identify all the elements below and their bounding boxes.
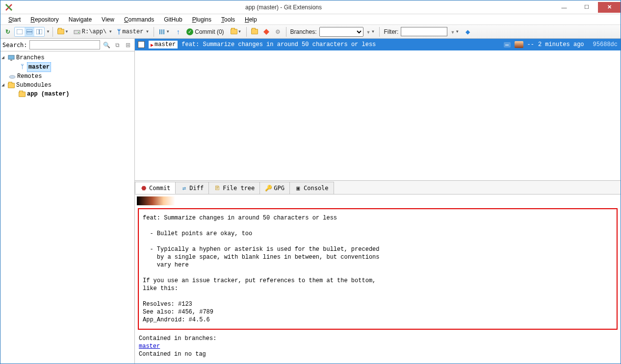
submodule-app-label: app (master): [27, 90, 69, 98]
more-icon[interactable]: ⋯: [504, 42, 511, 48]
branch-button[interactable]: ᛘmaster▼: [115, 26, 151, 37]
svg-rect-9: [10, 60, 12, 61]
tree-branch-master[interactable]: ᛘ master: [1, 62, 133, 72]
branches-label: Branches: [16, 53, 45, 62]
tree-icon: 🖹: [214, 185, 221, 192]
menu-plugins[interactable]: Plugins: [188, 15, 215, 24]
search-copy-button[interactable]: ⧉: [113, 41, 122, 49]
layout-1-button[interactable]: [15, 27, 25, 36]
git-bash-button[interactable]: [261, 26, 272, 37]
tree-branches[interactable]: ◢ Branches: [1, 53, 133, 62]
contained-branches-label: Contained in branches:: [139, 335, 216, 342]
expander-icon[interactable]: ◢: [1, 53, 6, 62]
tab-diff[interactable]: ⇄Diff: [175, 182, 209, 194]
menu-help[interactable]: Help: [241, 15, 261, 24]
settings-button[interactable]: ⚙: [273, 26, 284, 37]
branches-filter-label: Branches:: [289, 28, 318, 35]
commit-message-box[interactable]: feat: Summarize changes in around 50 cha…: [138, 208, 618, 330]
commit-graph-area[interactable]: [135, 50, 621, 180]
minimize-button[interactable]: —: [553, 2, 575, 13]
branch-icon: ᛘ: [18, 64, 26, 71]
layout-3-button[interactable]: [34, 27, 44, 36]
expander-icon[interactable]: ◢: [1, 81, 6, 90]
folder-icon: [57, 29, 64, 34]
commit-button[interactable]: Commit (0): [184, 26, 227, 37]
commit-branch-tag: ▶master: [149, 41, 178, 49]
menubar: Start Repository Navigate View Commands …: [0, 14, 621, 25]
filter-funnel[interactable]: ▼: [448, 26, 461, 37]
tree-submodules[interactable]: ◢ Submodules: [1, 81, 133, 90]
svg-rect-3: [36, 29, 39, 34]
menu-tools[interactable]: Tools: [217, 15, 239, 24]
branch-filter-funnel[interactable]: ▼: [364, 26, 377, 37]
drive-icon: [74, 29, 80, 35]
repo-path-button[interactable]: R:\app\▼: [72, 26, 114, 37]
app-window: app (master) - Git Extensions — ☐ ✕ Star…: [0, 0, 621, 364]
tab-filetree[interactable]: 🖹File tree: [208, 182, 260, 194]
tree-remotes[interactable]: Remotes: [1, 72, 133, 81]
go-button[interactable]: [462, 26, 473, 37]
stash-button[interactable]: ▼: [156, 26, 172, 37]
triangle-icon: ▶: [151, 42, 154, 48]
search-input[interactable]: [29, 40, 100, 49]
console-icon: ▣: [295, 185, 302, 192]
menu-start[interactable]: Start: [4, 15, 25, 24]
avatar-icon: [515, 41, 523, 48]
commit-checkbox[interactable]: [138, 41, 145, 48]
filter-label: Filter:: [382, 28, 400, 35]
tab-filetree-label: File tree: [223, 185, 255, 192]
branches-select[interactable]: [319, 27, 363, 37]
repo-button[interactable]: ▼: [55, 26, 71, 37]
titlebar: app (master) - Git Extensions — ☐ ✕: [0, 0, 621, 14]
commit-label: Commit (0): [193, 28, 225, 35]
menu-navigate[interactable]: Navigate: [65, 15, 96, 24]
svg-rect-8: [8, 55, 14, 59]
commit-list-row[interactable]: ▶master feat: Summarize changes in aroun…: [135, 39, 621, 50]
commit-time: 2 minutes ago: [538, 41, 589, 48]
filter-input[interactable]: [401, 27, 447, 36]
menu-commands[interactable]: Commands: [120, 15, 158, 24]
search-icon: 🔍: [103, 42, 110, 49]
svg-rect-1: [26, 29, 32, 32]
search-row: Search: 🔍 ⧉ ⊞: [0, 39, 134, 51]
folder-icon: [7, 82, 15, 89]
right-pane: ▶master feat: Summarize changes in aroun…: [135, 39, 621, 364]
branch-link-master[interactable]: master: [139, 343, 160, 350]
maximize-button[interactable]: ☐: [575, 2, 598, 13]
folder-icon: [251, 29, 258, 34]
search-opts-button[interactable]: ⊞: [124, 41, 132, 49]
key-icon: 🔑: [265, 185, 272, 192]
detail-body[interactable]: feat: Summarize changes in around 50 cha…: [135, 194, 621, 364]
copy-icon: ⧉: [115, 42, 120, 49]
close-button[interactable]: ✕: [598, 2, 621, 13]
tab-gpg-label: GPG: [274, 185, 285, 192]
tab-commit[interactable]: ⬣Commit: [135, 182, 176, 194]
tab-commit-label: Commit: [149, 185, 170, 192]
layout-2-button[interactable]: [25, 27, 34, 36]
remotes-label: Remotes: [17, 72, 42, 81]
toolbar: ▼ ▼ R:\app\▼ ᛘmaster▼ ▼ Commit (0) ▼ ⚙ B…: [0, 25, 621, 39]
pull-button[interactable]: [173, 26, 183, 37]
refresh-button[interactable]: [2, 26, 13, 37]
stash-dropdown-button[interactable]: ▼: [229, 26, 244, 37]
main-area: Search: 🔍 ⧉ ⊞ ◢ Branches ᛘ master R: [0, 39, 621, 364]
browse-button[interactable]: [249, 26, 260, 37]
svg-rect-4: [39, 29, 42, 34]
commit-message: feat: Summarize changes in around 50 cha…: [181, 41, 499, 48]
layout-dropdown-icon[interactable]: ▼: [46, 29, 50, 34]
menu-view[interactable]: View: [98, 15, 118, 24]
commit-hash: 95688dc: [593, 41, 618, 48]
menu-github[interactable]: GitHub: [160, 15, 186, 24]
search-go-button[interactable]: 🔍: [102, 41, 111, 49]
tab-diff-label: Diff: [189, 185, 204, 192]
tree-submodule-app[interactable]: app (master): [1, 90, 133, 98]
cloud-icon: [8, 73, 16, 80]
branch-icon: ᛘ: [117, 28, 121, 35]
tab-gpg[interactable]: 🔑GPG: [259, 182, 290, 194]
menu-repository[interactable]: Repository: [26, 15, 62, 24]
seal-icon: ⬣: [140, 185, 147, 192]
folder-icon: [231, 29, 237, 34]
tab-console[interactable]: ▣Console: [289, 182, 334, 194]
window-title: app (master) - Git Extensions: [14, 4, 553, 11]
layout-buttons: [14, 27, 45, 37]
